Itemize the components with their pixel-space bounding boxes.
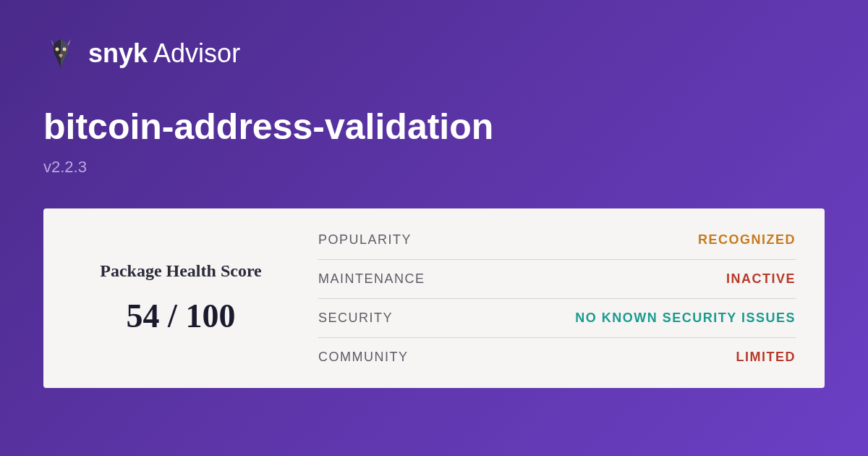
- package-version: v2.2.3: [43, 158, 825, 177]
- brand-header: snyk Advisor: [43, 36, 825, 71]
- metric-value: LIMITED: [736, 350, 796, 365]
- svg-point-1: [63, 48, 67, 51]
- metrics-list: POPULARITY RECOGNIZED MAINTENANCE INACTI…: [318, 208, 825, 388]
- metric-maintenance: MAINTENANCE INACTIVE: [318, 260, 796, 299]
- brand-bold: snyk: [88, 38, 148, 68]
- svg-point-0: [56, 48, 59, 51]
- metric-label: MAINTENANCE: [318, 271, 425, 287]
- snyk-dog-icon: [43, 36, 78, 71]
- score-value: 54 / 100: [127, 297, 236, 335]
- metric-label: COMMUNITY: [318, 350, 409, 365]
- metric-value: NO KNOWN SECURITY ISSUES: [575, 311, 796, 326]
- score-label: Package Health Score: [100, 261, 262, 281]
- metric-security: SECURITY NO KNOWN SECURITY ISSUES: [318, 299, 796, 338]
- health-card: Package Health Score 54 / 100 POPULARITY…: [43, 208, 825, 388]
- metric-label: SECURITY: [318, 311, 393, 326]
- brand-name: snyk Advisor: [88, 38, 240, 69]
- brand-light: Advisor: [153, 38, 240, 68]
- metric-label: POPULARITY: [318, 232, 412, 248]
- metric-value: INACTIVE: [726, 271, 796, 287]
- metric-value: RECOGNIZED: [698, 232, 796, 248]
- metric-community: COMMUNITY LIMITED: [318, 338, 796, 376]
- score-panel: Package Health Score 54 / 100: [43, 208, 318, 388]
- package-name: bitcoin-address-validation: [43, 106, 825, 148]
- metric-popularity: POPULARITY RECOGNIZED: [318, 221, 796, 260]
